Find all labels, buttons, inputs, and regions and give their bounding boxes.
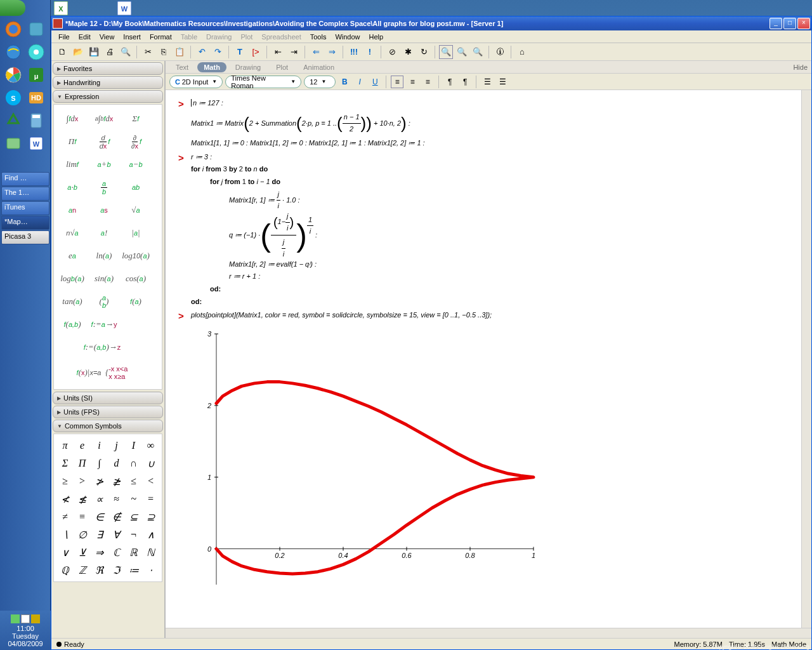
- firefox-icon[interactable]: [3, 18, 24, 40]
- symbol-cell[interactable]: ∈: [92, 509, 107, 524]
- symbol-cell[interactable]: e: [75, 438, 89, 453]
- hide-button[interactable]: Hide: [793, 63, 808, 71]
- symbol-cell[interactable]: ℜ: [92, 562, 107, 578]
- titlebar[interactable]: *Maple 12 - D:\My Book\Mathematics Resou…: [51, 17, 811, 30]
- stop-icon[interactable]: ⊘: [385, 45, 399, 59]
- palette-units-si[interactable]: ▶Units (SI): [53, 392, 163, 404]
- save-icon[interactable]: 💾: [87, 45, 101, 59]
- expr-ln[interactable]: ln(a): [89, 246, 119, 266]
- symbol-cell[interactable]: ≮: [58, 491, 72, 507]
- symbol-cell[interactable]: ∃: [92, 527, 107, 542]
- expr-sin[interactable]: sin(a): [89, 269, 119, 289]
- tab-drawing[interactable]: Drawing: [229, 62, 267, 72]
- palette-expression[interactable]: ▼Expression: [53, 90, 163, 103]
- italic-icon[interactable]: I: [353, 76, 366, 88]
- word-icon[interactable]: W: [25, 133, 47, 154]
- tab-animation[interactable]: Animation: [297, 62, 341, 72]
- symbol-cell[interactable]: ∩: [126, 456, 141, 471]
- palette-units-fps[interactable]: ▶Units (FPS): [53, 406, 163, 418]
- redo-icon[interactable]: ↷: [211, 45, 225, 59]
- word-tray-icon[interactable]: W: [117, 1, 131, 15]
- expr-deriv[interactable]: ddxf: [89, 131, 119, 152]
- task-maple[interactable]: *Map…: [1, 216, 49, 230]
- symbol-cell[interactable]: Π: [75, 456, 89, 471]
- symbol-cell[interactable]: ≯: [92, 474, 107, 489]
- bold-icon[interactable]: B: [338, 76, 351, 88]
- symbol-cell[interactable]: ≱: [109, 474, 124, 489]
- start-button[interactable]: [0, 0, 25, 16]
- expr-sub-n[interactable]: an: [58, 200, 87, 220]
- maximize-button[interactable]: □: [783, 18, 796, 29]
- expr-frac[interactable]: ab: [89, 177, 119, 197]
- tab-text[interactable]: Text: [169, 62, 195, 72]
- symbol-cell[interactable]: ⋅: [143, 562, 158, 578]
- symbol-cell[interactable]: ℝ: [126, 545, 141, 560]
- symbol-cell[interactable]: ~: [126, 491, 141, 507]
- expr-nroot[interactable]: n√a: [58, 223, 87, 243]
- palette-favorites[interactable]: ▶Favorites: [53, 62, 163, 75]
- symbol-cell[interactable]: ≥: [58, 474, 72, 489]
- home-icon[interactable]: ⌂: [515, 45, 529, 59]
- minimize-button[interactable]: _: [769, 18, 782, 29]
- symbol-cell[interactable]: ∧: [143, 527, 158, 542]
- symbol-cell[interactable]: =: [143, 491, 158, 507]
- indent-icon[interactable]: ⇤: [271, 45, 285, 59]
- symbol-cell[interactable]: ⊆: [126, 509, 141, 524]
- close-button[interactable]: ×: [797, 18, 810, 29]
- menu-edit[interactable]: Edit: [74, 32, 95, 42]
- expr-sum[interactable]: Σf: [121, 109, 150, 129]
- bullets-icon[interactable]: ☰: [481, 76, 494, 88]
- horizontal-scrollbar[interactable]: [166, 628, 811, 638]
- menu-tools[interactable]: Tools: [306, 32, 331, 42]
- para1-icon[interactable]: ¶: [443, 76, 456, 88]
- symbol-cell[interactable]: ∀: [109, 527, 124, 542]
- help-icon[interactable]: 🛈: [493, 45, 507, 59]
- symbol-cell[interactable]: ⊇: [143, 509, 158, 524]
- symbol-cell[interactable]: ℂ: [109, 545, 124, 560]
- para2-icon[interactable]: ¶: [459, 76, 471, 88]
- task-the1[interactable]: The 1…: [1, 187, 49, 201]
- restart-icon[interactable]: ↻: [417, 45, 431, 59]
- exec-icon[interactable]: !: [363, 45, 377, 59]
- forward-icon[interactable]: ⇒: [325, 45, 339, 59]
- menu-insert[interactable]: Insert: [119, 32, 145, 42]
- itunes-icon[interactable]: [25, 41, 47, 63]
- align-center-icon[interactable]: ≡: [406, 76, 419, 88]
- palette-symbols[interactable]: ▼Common Symbols: [53, 420, 163, 432]
- picasa-icon[interactable]: [3, 64, 24, 86]
- symbol-cell[interactable]: ∝: [92, 491, 107, 507]
- expr-tan[interactable]: tan(a): [58, 291, 87, 312]
- symbol-cell[interactable]: ∫: [92, 456, 107, 471]
- symbol-cell[interactable]: ≔: [126, 562, 141, 578]
- expr-add[interactable]: a+b: [89, 154, 119, 175]
- symbol-cell[interactable]: d: [109, 456, 124, 471]
- new-doc-icon[interactable]: 🗋: [55, 45, 69, 59]
- expr-int[interactable]: ∫f dx: [58, 109, 87, 129]
- numbers-icon[interactable]: ☰: [496, 76, 509, 88]
- zoom-out-icon[interactable]: 🔍: [471, 45, 485, 59]
- symbol-cell[interactable]: Σ: [58, 456, 72, 471]
- excel-tray-icon[interactable]: X: [54, 1, 68, 15]
- expr-logb[interactable]: logb(a): [58, 269, 87, 289]
- symbol-cell[interactable]: ⊻: [75, 545, 89, 560]
- utorrent-icon[interactable]: μ: [25, 64, 47, 86]
- open-icon[interactable]: 📂: [71, 45, 85, 59]
- tab-math[interactable]: Math: [197, 62, 226, 72]
- cut-icon[interactable]: ✂: [141, 45, 155, 59]
- tab-plot[interactable]: Plot: [270, 62, 294, 72]
- ie-icon[interactable]: [3, 41, 24, 63]
- task-itunes[interactable]: iTunes: [1, 201, 49, 215]
- symbol-cell[interactable]: ≰: [75, 491, 89, 507]
- style-select[interactable]: C 2D Input▼: [169, 76, 223, 88]
- symbol-cell[interactable]: ℕ: [143, 545, 158, 560]
- expr-piecewise[interactable]: f(x)|x=a {-x x<ax x≥a: [58, 360, 147, 385]
- task-find[interactable]: Find …: [1, 172, 49, 186]
- text-mode-icon[interactable]: T: [233, 45, 247, 59]
- font-select[interactable]: Times New Roman▼: [225, 76, 301, 88]
- symbol-cell[interactable]: j: [109, 438, 124, 453]
- symbol-cell[interactable]: ∉: [109, 509, 124, 524]
- expr-defint[interactable]: a∫bfdx: [89, 109, 119, 129]
- symbol-cell[interactable]: ℤ: [75, 562, 89, 578]
- expr-fact[interactable]: a!: [89, 223, 119, 243]
- prompt-icon[interactable]: [>: [249, 45, 263, 59]
